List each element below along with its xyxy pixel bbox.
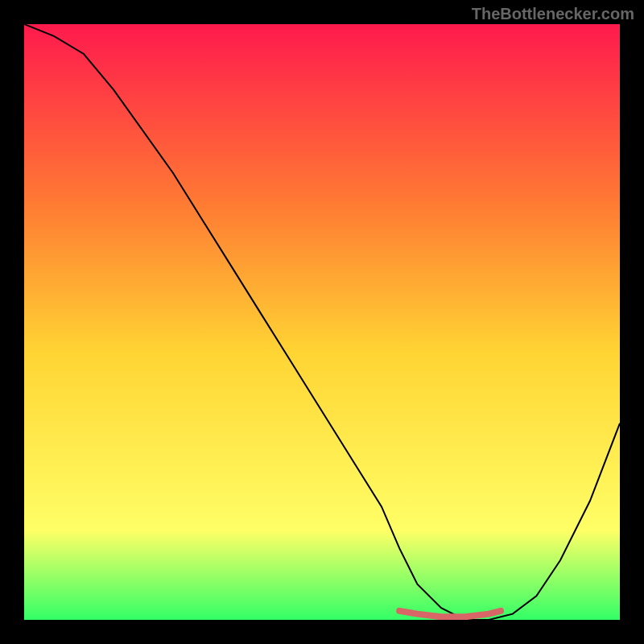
chart-svg (24, 24, 620, 620)
bottleneck-chart (24, 24, 620, 620)
watermark-text: TheBottlenecker.com (472, 5, 634, 23)
gradient-background (24, 24, 620, 620)
